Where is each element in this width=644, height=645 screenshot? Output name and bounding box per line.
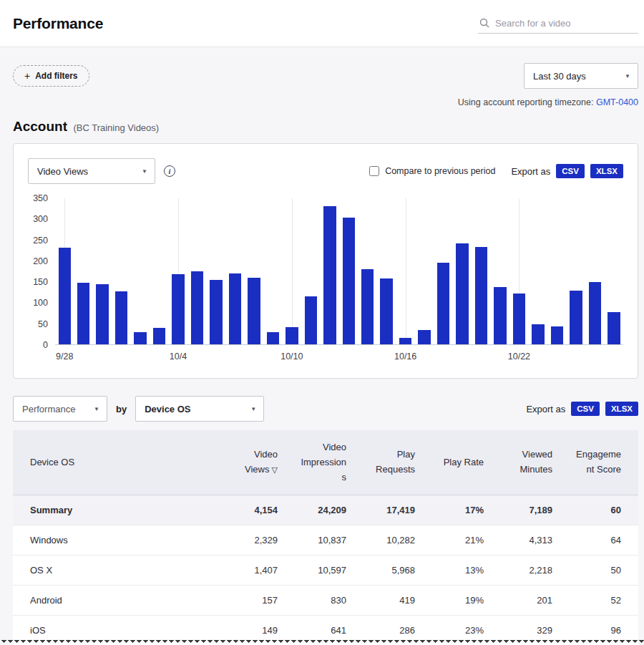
bar-slot [509,198,528,344]
bar-slot [93,198,112,344]
row-label: Android [13,586,209,616]
bar-slot [169,198,187,344]
cell-value: 1,407 [209,556,278,586]
bar [77,283,89,344]
content: + Add filters Last 30 days ▼ Using accou… [0,47,644,645]
cell-value: 52 [552,586,638,616]
column-header[interactable]: Viewed Minutes [484,430,552,495]
export-csv-button[interactable]: CSV [556,164,585,178]
timezone-note: Using account reporting timezone: GMT-04… [13,97,638,107]
bar [191,271,203,344]
bar [532,324,544,344]
table-body: Summary4,15424,20917,41917%7,18960Window… [13,495,638,645]
bar-slot [187,198,206,344]
info-icon[interactable]: i [164,165,175,177]
add-filters-button[interactable]: + Add filters [13,65,89,87]
bar-chart: 050100150200250300350 9/2810/410/1010/16… [28,198,623,364]
section-heading: Account (BC Training Videos) [13,119,638,135]
column-header[interactable]: Device OS [13,430,209,495]
bar-slot [74,198,92,344]
bar [456,243,468,344]
chevron-down-icon: ▼ [250,406,256,412]
bar [475,247,487,344]
bar-slot [453,198,472,344]
cell-value: 286 [346,616,415,645]
date-range-select[interactable]: Last 30 days ▼ [524,63,638,89]
chart-plot [55,198,623,345]
report-type-select[interactable]: Performance ▼ [13,396,107,422]
cell-value: 149 [209,616,278,645]
cell-value: 10,837 [278,525,346,556]
cell-value: 23% [415,616,484,645]
video-search[interactable] [478,14,638,34]
table-header-row: Device OSVideo Views ▽Video ImpressionsP… [13,430,638,495]
y-tick-label: 150 [33,277,48,287]
bar-slot [396,198,414,344]
x-tick-label: 10/22 [508,351,530,362]
x-tick-label: 10/10 [280,351,303,362]
y-tick-label: 250 [33,236,48,246]
bar-slot [207,198,225,344]
bar [96,284,108,344]
table-row[interactable]: Android15783041919%20152 [13,586,638,616]
bar [229,273,241,344]
bar [172,274,184,344]
metric-select[interactable]: Video Views ▼ [28,158,155,184]
metric-cluster: Video Views ▼ i [28,158,175,184]
bar [210,280,222,344]
column-header[interactable]: Play Requests [346,430,415,495]
dimension-value: Device OS [145,404,190,414]
export-as-label: Export as [511,166,550,177]
y-tick-label: 100 [33,298,48,308]
column-header[interactable]: Engagement Score [552,430,638,495]
chevron-down-icon: ▼ [625,73,630,79]
bar [134,332,146,344]
bar [267,332,279,344]
timezone-link[interactable]: GMT-0400 [596,97,638,107]
bar [513,294,525,344]
cell-value: 7,189 [484,495,552,525]
cell-value: 5,968 [346,556,415,586]
search-input[interactable] [495,18,637,29]
y-tick-label: 300 [33,214,48,224]
bar-slot [529,198,547,344]
x-tick-label: 9/28 [56,351,73,362]
compare-checkbox[interactable] [369,166,379,176]
table-row[interactable]: Windows2,32910,83710,28221%4,31364 [13,525,638,556]
table-row[interactable]: Summary4,15424,20917,41917%7,18960 [13,495,638,525]
account-title: Account [13,119,67,134]
cell-value: 2,329 [209,525,278,556]
export-xlsx-button[interactable]: XLSX [590,164,623,178]
column-header[interactable]: Video Impressions [278,430,346,495]
bar-slot [225,198,244,344]
account-subtitle: (BC Training Videos) [73,122,159,133]
timezone-label: Using account reporting timezone: [458,97,594,107]
column-header[interactable]: Play Rate [415,430,484,495]
y-tick-label: 0 [43,340,48,350]
plus-icon: + [24,71,30,81]
cell-value: 157 [209,586,278,616]
table-row[interactable]: iOS14964128623%32996 [13,616,638,645]
cell-value: 60 [552,495,638,525]
dimension-select[interactable]: Device OS ▼ [135,396,264,422]
cell-value: 24,209 [278,495,346,525]
bar [589,282,601,344]
table-row[interactable]: OS X1,40710,5975,96813%2,21850 [13,556,638,586]
column-header[interactable]: Video Views ▽ [209,430,278,495]
bar [418,330,430,344]
chart-y-axis: 050100150200250300350 [28,198,55,345]
cell-value: 201 [484,586,552,616]
table-export-csv-button[interactable]: CSV [571,402,600,416]
cell-value: 2,218 [484,556,552,586]
cell-value: 96 [552,616,638,645]
bar-slot [321,198,339,344]
app-header: Performance [0,0,644,47]
table-export-xlsx-button[interactable]: XLSX [605,402,638,416]
y-tick-label: 350 [33,193,48,203]
bar [286,327,298,344]
bar [343,218,355,344]
bar [153,328,165,344]
bar [305,296,317,344]
report-type-value: Performance [22,404,75,414]
date-range-value: Last 30 days [533,71,586,82]
